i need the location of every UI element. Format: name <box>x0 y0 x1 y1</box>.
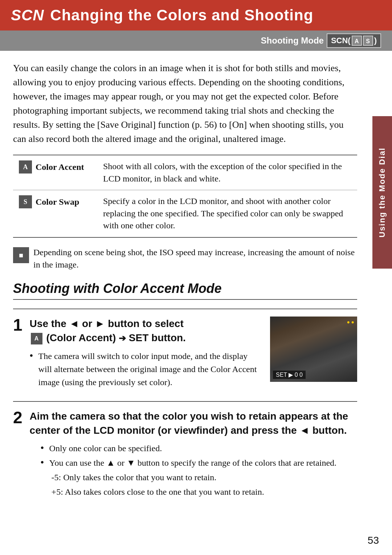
step-1-use-the: Use the <box>30 318 66 329</box>
page-container: SCN Changing the Colors and Shooting Sho… <box>0 0 392 555</box>
scn-badge-text: SCN( <box>331 36 351 45</box>
scn-badge-end: ) <box>374 36 377 45</box>
main-content: You can easily change the colors in an i… <box>0 51 370 521</box>
step-1-rule <box>13 309 357 309</box>
step-1-left-arrow: ◄ <box>69 318 82 329</box>
step-1-right-arrow: ► <box>95 318 108 329</box>
step-1: 1 Use the ◄ or ► button to select A (Col… <box>13 309 357 390</box>
step-2-title: Aim the camera so that the color you wis… <box>30 409 357 437</box>
step-1-or: or <box>82 318 92 329</box>
step-2-title-text: Aim the camera so that the color you wis… <box>30 411 348 436</box>
table-row: S Color Swap Specify a color in the LCD … <box>13 190 357 237</box>
scn-label: SCN <box>11 7 44 24</box>
step-image-dots: ● ● <box>347 319 354 325</box>
scn-badge: SCN( A S ) <box>327 33 381 48</box>
step-2-rule <box>13 401 357 402</box>
mode-cell-accent: A Color Accent <box>13 155 97 190</box>
header-main-title: Changing the Colors and Shooting <box>50 7 313 24</box>
step-2-bullet-2: You can use the ▲ or ▼ button to specify… <box>41 456 357 469</box>
scn-icon-swap: S <box>363 36 373 46</box>
note-box: ■ Depending on scene being shot, the ISO… <box>13 246 357 271</box>
modes-table: A Color Accent Shoot with all colors, wi… <box>13 155 357 238</box>
step-2-sub-1: -5: Only takes the color that you want t… <box>52 471 357 484</box>
intro-paragraph: You can easily change the colors in an i… <box>13 61 357 146</box>
shooting-mode-bar: Shooting Mode SCN( A S ) <box>0 30 392 51</box>
color-accent-label: Color Accent <box>36 162 84 172</box>
mode-cell-swap: S Color Swap <box>13 190 97 237</box>
side-tab-text: Using the Mode Dial <box>377 147 387 237</box>
color-swap-label: Color Swap <box>36 197 79 207</box>
step-1-set: SET button. <box>129 332 186 343</box>
step-1-image: ● ● SET ▶ 0 0 <box>270 317 357 382</box>
page-number: 53 <box>368 535 379 546</box>
step-2-bullet-1: Only one color can be specified. <box>41 442 357 455</box>
step-2-sub-2: +5: Also takes colors close to the one t… <box>52 485 357 498</box>
step-1-content: Use the ◄ or ► button to select A (Color… <box>30 317 263 390</box>
step-1-bullets: The camera will switch to color input mo… <box>30 350 263 389</box>
step-2: 2 Aim the camera so that the color you w… <box>13 401 357 500</box>
shooting-mode-label: Shooting Mode <box>261 36 324 46</box>
color-accent-step-icon: A <box>31 333 42 344</box>
color-accent-icon: A <box>19 160 32 174</box>
step-1-bullet-1: The camera will switch to color input mo… <box>30 350 263 389</box>
side-tab: Using the Mode Dial <box>372 116 392 269</box>
step-2-container: 2 Aim the camera so that the color you w… <box>13 409 357 500</box>
step-2-number: 2 <box>13 409 23 500</box>
color-swap-description: Specify a color in the LCD monitor, and … <box>97 190 357 237</box>
header-bar: SCN Changing the Colors and Shooting <box>0 0 392 30</box>
step-1-container: 1 Use the ◄ or ► button to select A (Col… <box>13 317 357 390</box>
table-row: A Color Accent Shoot with all colors, wi… <box>13 155 357 190</box>
step-1-arrow: ➔ <box>119 333 126 343</box>
step-1-title: Use the ◄ or ► button to select A (Color… <box>30 317 263 345</box>
step-1-number: 1 <box>13 317 23 390</box>
section-heading: Shooting with Color Accent Mode <box>13 281 357 300</box>
note-icon: ■ <box>13 247 29 263</box>
step-1-mode-name: (Color Accent) <box>46 332 119 343</box>
step-1-button-select: button to select <box>108 318 183 329</box>
color-accent-description: Shoot with all colors, with the exceptio… <box>97 155 357 190</box>
step-2-content: Aim the camera so that the color you wis… <box>30 409 357 500</box>
step-2-bullets: Only one color can be specified. You can… <box>30 442 357 469</box>
header-title: SCN Changing the Colors and Shooting <box>11 7 313 24</box>
step-2-sub-bullets: -5: Only takes the color that you want t… <box>30 471 357 498</box>
color-swap-icon: S <box>19 195 32 208</box>
step-image-label: SET ▶ 0 0 <box>273 371 306 379</box>
note-text: Depending on scene being shot, the ISO s… <box>33 246 357 271</box>
scn-icon-fa: A <box>352 36 362 46</box>
